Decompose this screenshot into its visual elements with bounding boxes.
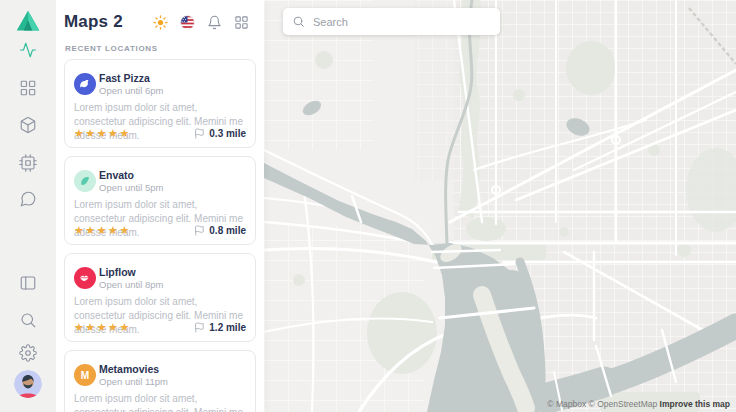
distance: 0.8 mile: [194, 225, 246, 236]
search-icon[interactable]: [19, 311, 37, 329]
location-name: Lipflow: [99, 266, 136, 278]
rating-stars: ★★★★★: [74, 225, 131, 236]
map-canvas[interactable]: © Mapbox © OpenStreetMap Improve this ma…: [264, 0, 736, 412]
location-card[interactable]: Fast Pizza Open until 6pm Lorem ipsum do…: [64, 59, 256, 148]
letter-avatar-icon: M: [74, 364, 96, 386]
maps-app: Maps 2: [0, 0, 736, 412]
flag-icon: [194, 128, 205, 139]
search-input[interactable]: [313, 16, 483, 28]
flag-icon: [194, 322, 205, 333]
user-avatar[interactable]: [14, 370, 42, 398]
layout-icon[interactable]: [19, 274, 37, 292]
flag-icon: [194, 225, 205, 236]
app-logo-icon[interactable]: [16, 10, 40, 34]
page-title: Maps 2: [64, 12, 123, 32]
apps-grid-icon[interactable]: [234, 15, 249, 30]
grid-icon[interactable]: [19, 79, 37, 97]
improve-map-link[interactable]: Improve this map: [660, 399, 730, 409]
chat-icon[interactable]: [19, 190, 37, 208]
sun-icon[interactable]: [153, 15, 168, 30]
location-card[interactable]: Envato Open until 5pm Lorem ipsum dolor …: [64, 156, 256, 245]
basemap-tiles: [264, 0, 736, 412]
bird-avatar-icon: [74, 73, 96, 95]
rating-stars: ★★★★★: [74, 322, 131, 333]
location-name: Metamovies: [99, 363, 159, 375]
search-icon: [292, 15, 305, 28]
locations-panel: Maps 2: [56, 0, 264, 412]
section-heading: RECENT LOCATIONS: [65, 44, 158, 53]
location-card[interactable]: Lipflow Open until 8pm Lorem ipsum dolor…: [64, 253, 256, 342]
map-attribution: © Mapbox © OpenStreetMap Improve this ma…: [547, 399, 730, 409]
location-hours: Open until 11pm: [99, 376, 168, 387]
icon-rail: [0, 0, 56, 412]
leaf-avatar-icon: [74, 170, 96, 192]
mapbox-credit[interactable]: © Mapbox: [547, 399, 586, 409]
cpu-icon[interactable]: [19, 154, 37, 172]
location-hours: Open until 5pm: [99, 182, 163, 193]
distance: 0.3 mile: [194, 128, 246, 139]
svg-text:M: M: [81, 370, 89, 381]
settings-icon[interactable]: [19, 344, 37, 362]
location-name: Fast Pizza: [99, 72, 150, 84]
rating-stars: ★★★★★: [74, 128, 131, 139]
us-flag-icon[interactable]: [180, 15, 195, 30]
location-description: Lorem ipsum dolor sit amet, consectetur …: [74, 392, 250, 412]
box-icon[interactable]: [19, 116, 37, 134]
osm-credit[interactable]: © OpenStreetMap: [589, 399, 658, 409]
location-card[interactable]: M Metamovies Open until 11pm Lorem ipsum…: [64, 350, 256, 412]
distance: 1.2 mile: [194, 322, 246, 333]
location-hours: Open until 6pm: [99, 85, 163, 96]
location-name: Envato: [99, 169, 134, 181]
bell-icon[interactable]: [207, 15, 222, 30]
map-search-bar[interactable]: [283, 8, 500, 35]
recent-locations-list: Fast Pizza Open until 6pm Lorem ipsum do…: [64, 59, 256, 412]
activity-icon[interactable]: [19, 41, 37, 59]
location-hours: Open until 8pm: [99, 279, 163, 290]
lips-avatar-icon: [74, 267, 96, 289]
